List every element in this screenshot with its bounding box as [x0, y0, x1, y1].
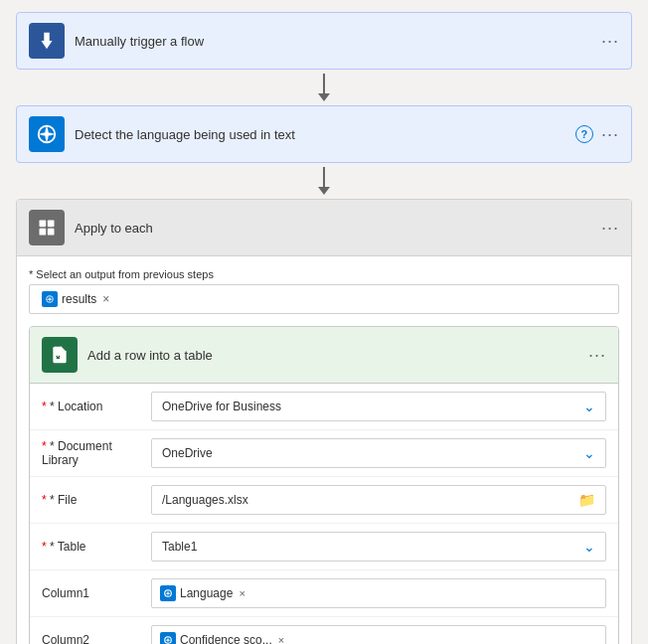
table-row: * * Table Table1 ⌄ [30, 524, 618, 570]
add-row-menu-button[interactable]: ··· [588, 346, 606, 364]
location-dropdown-arrow: ⌄ [583, 399, 595, 414]
location-label: * * Location [42, 400, 151, 413]
arrow-2 [16, 163, 632, 199]
file-input[interactable]: /Languages.xlsx 📁 [151, 485, 606, 515]
add-row-title: Add a row into a table [87, 348, 588, 363]
add-row-body: * * Location OneDrive for Business ⌄ * *… [30, 384, 618, 644]
add-row-card: Add a row into a table ··· * * Location … [29, 326, 619, 644]
apply-each-container: Apply to each ··· * Select an output fro… [16, 199, 632, 644]
confidence-tag-close[interactable]: × [278, 634, 284, 644]
document-library-row: * * Document Library OneDrive ⌄ [30, 430, 618, 477]
results-tag-label: results [62, 292, 96, 306]
detect-icon [29, 116, 65, 152]
column1-input[interactable]: Language × [151, 578, 606, 608]
results-tag-icon [42, 291, 58, 307]
select-output-label: * Select an output from previous steps [29, 268, 619, 280]
file-label: * * File [42, 493, 151, 507]
file-row: * * File /Languages.xlsx 📁 [30, 477, 618, 524]
confidence-tag: Confidence sco... × [160, 632, 284, 644]
column1-row: Column1 [30, 570, 618, 617]
table-label: * * Table [42, 540, 151, 554]
arrow-1 [16, 70, 632, 105]
apply-each-menu-button[interactable]: ··· [601, 219, 619, 237]
apply-each-title: Apply to each [75, 221, 601, 236]
svg-rect-3 [40, 229, 47, 236]
help-button[interactable]: ? [575, 125, 593, 143]
output-select-input[interactable]: results × [29, 284, 619, 314]
trigger-card: Manually trigger a flow ··· [16, 12, 632, 70]
trigger-menu-button[interactable]: ··· [601, 32, 619, 50]
detect-menu-button[interactable]: ··· [601, 125, 619, 143]
column2-row: Column2 [30, 617, 618, 644]
svg-rect-4 [48, 229, 55, 236]
document-library-label: * * Document Library [42, 439, 151, 467]
apply-each-header: Apply to each ··· [17, 200, 631, 256]
excel-icon [42, 337, 78, 373]
column2-label: Column2 [42, 633, 151, 644]
detect-title: Detect the language being used in text [75, 127, 575, 142]
apply-each-body: * Select an output from previous steps r… [17, 256, 631, 644]
results-tag-close[interactable]: × [102, 292, 109, 306]
table-dropdown[interactable]: Table1 ⌄ [151, 532, 606, 562]
svg-rect-2 [48, 221, 55, 228]
language-tag: Language × [160, 585, 245, 601]
language-tag-close[interactable]: × [239, 587, 244, 599]
document-library-dropdown[interactable]: OneDrive ⌄ [151, 438, 606, 468]
add-row-header: Add a row into a table ··· [30, 327, 618, 384]
document-library-dropdown-arrow: ⌄ [583, 445, 595, 461]
results-tag: results × [38, 289, 113, 309]
confidence-tag-icon [160, 632, 176, 644]
location-dropdown[interactable]: OneDrive for Business ⌄ [151, 392, 606, 421]
location-row: * * Location OneDrive for Business ⌄ [30, 384, 618, 430]
language-tag-icon [160, 585, 176, 601]
detect-card: Detect the language being used in text ?… [16, 105, 632, 163]
apply-each-icon [29, 210, 65, 245]
svg-rect-1 [40, 221, 47, 228]
column2-input[interactable]: Confidence sco... × [151, 625, 606, 644]
trigger-icon [29, 23, 65, 59]
trigger-title: Manually trigger a flow [75, 34, 601, 49]
table-dropdown-arrow: ⌄ [583, 539, 595, 555]
file-browse-icon[interactable]: 📁 [578, 492, 595, 508]
column1-label: Column1 [42, 586, 151, 600]
